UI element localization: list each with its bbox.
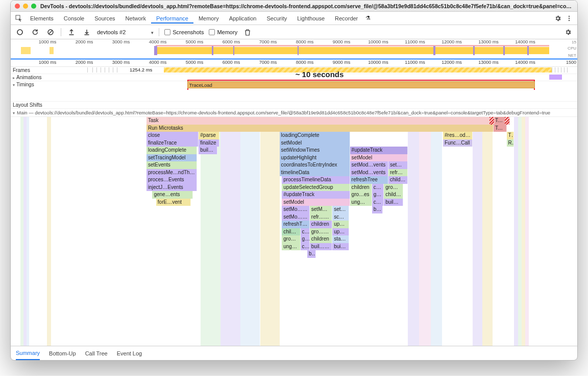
disclosure-triangle-icon[interactable] [13,82,15,87]
maximize-window-icon[interactable] [31,4,36,9]
overview-minimap[interactable]: 1000 ms2000 ms3000 ms4000 ms5000 ms6000 … [11,39,577,60]
flame-entry[interactable]: c… [301,228,310,236]
flame-entry[interactable]: proces…Events [146,176,197,184]
memory-checkbox[interactable]: Memory [209,29,237,35]
flame-entry[interactable]: gene…ents [152,191,192,199]
flame-entry[interactable]: gro…des [310,228,332,236]
timeline-ruler[interactable]: 1500 1000 ms2000 ms3000 ms4000 ms5000 ms… [11,60,577,67]
flame-entry[interactable]: setEvents [146,161,197,169]
flame-entry[interactable]: gro…es [282,235,300,243]
disclosure-triangle-icon[interactable] [13,75,15,80]
flame-entry[interactable]: injectJ…Events [146,184,197,192]
flame-entry[interactable]: children [310,221,332,228]
details-tab-bottom-up[interactable]: Bottom-Up [49,347,76,360]
flame-entry[interactable]: setModel [282,199,350,206]
flame-entry[interactable]: refr…Tree [388,169,408,177]
flame-entry[interactable]: sc…ow [332,213,349,221]
flame-entry[interactable]: #res…odes [443,132,473,139]
flame-entry[interactable]: buil…ren [310,243,332,251]
tab-network[interactable]: Network [120,13,151,23]
flame-entry[interactable]: gro…es [350,191,372,199]
tab-application[interactable]: Application [224,13,262,23]
flame-entry[interactable]: buil…ren [384,199,403,206]
frames-track[interactable]: Frames 1254.2 ms 7212.6 ms [11,67,577,74]
flame-entry[interactable]: c…n [372,199,384,206]
flame-entry[interactable]: up…ow [332,221,349,228]
flame-entry[interactable]: processMe…ndThreads [146,169,197,177]
tab-performance[interactable]: Performance [151,13,193,23]
flame-entry[interactable]: finalize [199,139,219,147]
flame-entry[interactable]: refreshTree [282,221,310,228]
tab-memory[interactable]: Memory [193,13,224,23]
layout-shifts-track[interactable]: Layout Shifts [11,102,577,109]
flame-entry[interactable]: setModel [350,154,408,162]
flame-entry[interactable]: T… [507,132,514,139]
flame-entry[interactable]: #parse [199,132,219,139]
flame-chart[interactable]: TaskRun MicrotasksclosefinalizeTraceload… [11,117,577,346]
tab-sources[interactable]: Sources [89,13,120,23]
flame-entry[interactable]: setM…nts [388,161,408,169]
flame-entry[interactable]: loadingComplete [146,147,197,154]
main-thread-header[interactable]: Main — devtools://devtools/bundled/devto… [11,109,577,117]
flame-entry[interactable]: setWindowTimes [280,147,350,154]
flame-entry[interactable]: children [388,176,408,184]
flame-entry[interactable]: set…on [332,206,349,213]
session-select[interactable]: devtools #2 [97,29,154,35]
flame-entry[interactable]: children [350,184,372,192]
settings-gear-icon[interactable] [553,13,563,23]
flame-entry[interactable]: setMo…vents [282,213,310,221]
flame-entry[interactable]: Run Microtasks [146,125,494,132]
flame-entry[interactable]: sta…ge [332,235,349,243]
flame-entry[interactable]: coordinatesToEntryIndex [280,161,350,169]
tab-console[interactable]: Console [59,13,89,23]
flame-entry[interactable]: b… [307,250,316,258]
flame-entry[interactable]: loadingComplete [280,132,350,139]
flame-entry[interactable]: Func…Call [443,139,473,147]
traceload-bar[interactable]: TraceLoad [187,81,535,88]
flame-entry[interactable]: g… [301,235,310,243]
flame-entry[interactable]: gro…des [384,184,403,192]
flame-entry[interactable]: processTimelineData [282,176,350,184]
flame-entry[interactable]: setMo…vents [282,206,310,213]
flame-entry[interactable]: updateHighlight [280,154,350,162]
flame-entry[interactable]: setM…nts [310,206,332,213]
flame-entry[interactable]: #updateTrack [282,191,350,199]
flame-entry[interactable]: setModel [280,139,350,147]
flame-entry[interactable]: refr…Tree [310,213,332,221]
flame-entry[interactable]: buil…lls [199,147,217,154]
disclosure-triangle-icon[interactable] [13,110,15,115]
flame-entry[interactable]: c…n [372,184,384,192]
flame-entry[interactable]: children [282,228,300,236]
details-tab-call-tree[interactable]: Call Tree [85,347,108,360]
timings-track[interactable]: Timings ~ 10 seconds TraceLoad [11,81,577,102]
tab-lighthouse[interactable]: Lighthouse [292,13,330,23]
screenshots-checkbox[interactable]: Screenshots [164,29,204,35]
flame-entry[interactable]: timelineData [280,169,350,177]
clear-button[interactable] [45,27,56,37]
flame-entry[interactable]: updateSelectedGroup [282,184,350,192]
flame-entry[interactable]: children [310,235,332,243]
flame-entry[interactable]: R… [507,139,514,147]
gc-button[interactable] [242,27,253,37]
flame-entry[interactable]: ung…es [282,243,300,251]
flame-entry[interactable]: g…s [372,191,384,199]
flame-entry[interactable]: Task [146,117,494,125]
flame-entry[interactable]: finalizeTrace [146,139,199,147]
tab-security[interactable]: Security [261,13,292,23]
close-window-icon[interactable] [15,4,20,9]
flame-entry[interactable]: setMod…vents [350,169,388,177]
more-menu-icon[interactable] [564,13,574,23]
flame-entry[interactable]: b…n [372,206,383,213]
flame-entry[interactable]: Task [494,125,507,132]
flame-entry[interactable]: upd…ts [332,228,349,236]
flame-entry[interactable]: children [384,191,403,199]
flame-entry[interactable]: refreshTree [350,176,388,184]
flame-entry[interactable]: c… [301,243,310,251]
record-button[interactable] [15,27,25,37]
flame-entry[interactable]: close [146,132,199,139]
flame-entry[interactable]: setTracingModel [146,154,197,162]
minimize-window-icon[interactable] [23,4,28,9]
load-profile-button[interactable] [66,27,77,37]
flame-entry[interactable]: ung…es [350,199,372,206]
details-tab-event-log[interactable]: Event Log [117,347,142,360]
